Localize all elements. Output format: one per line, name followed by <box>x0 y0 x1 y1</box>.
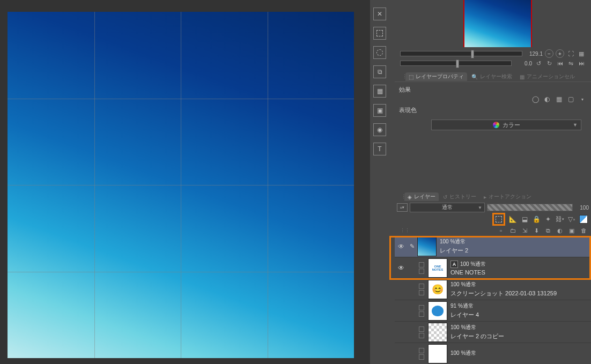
color-swirl-icon <box>493 122 499 128</box>
ruler-icon[interactable]: 📐 <box>508 215 517 224</box>
skip-prev-icon[interactable]: ⏮ <box>556 59 564 68</box>
layer-info: 100 %通常スクリーンショット 2022-01-03 131259 <box>448 281 591 298</box>
layer-checkboxes[interactable] <box>416 262 427 274</box>
panel-grip-icon[interactable]: ⋮⋮ <box>400 74 404 79</box>
layer-checkboxes[interactable] <box>416 284 427 295</box>
layer-checkboxes[interactable] <box>416 326 427 338</box>
effect-chevron-down-icon[interactable]: ▾ <box>578 95 587 103</box>
duplicate-icon[interactable]: ▣ <box>567 227 576 234</box>
pattern-effect-icon[interactable]: ▦ <box>555 95 563 103</box>
tool-close-icon[interactable]: ✕ <box>373 8 386 20</box>
opacity-slider[interactable] <box>487 204 573 211</box>
panel-grip-icon[interactable]: ⋮⋮ <box>399 194 403 199</box>
layer-opacity-mode: 91 %通常 <box>450 302 474 310</box>
rotate-reset-icon[interactable]: ↺ <box>534 59 543 68</box>
layer-checkboxes[interactable] <box>416 305 427 317</box>
layer-thumbnail[interactable] <box>428 344 447 363</box>
zoom-out-icon[interactable]: − <box>545 49 553 58</box>
canvas[interactable] <box>8 12 354 358</box>
right-panel: ✕ ⧉ ▦ ▣ ◉ T 129.1 − + ⛶ ▦ 0.0 ↺ ↻ ⏮ ⇋ ⏭ … <box>370 0 591 364</box>
delete-icon[interactable]: 🗑 <box>579 227 588 234</box>
layer-toolbar-blend: ▫▾ 通常▼ 100 <box>395 202 591 213</box>
rotate-cw-icon[interactable]: ↻ <box>545 59 553 68</box>
reference-icon[interactable]: ✦ <box>544 215 552 224</box>
link-icon[interactable]: ⛓▾ <box>556 215 564 224</box>
layer-name[interactable]: レイヤー 2 のコピー <box>450 332 591 340</box>
layer-info: 100 %通常レイヤー 2 <box>438 238 591 255</box>
layer-visibility-toggle[interactable] <box>395 264 408 272</box>
layer-thumbnail[interactable] <box>428 301 447 321</box>
transfer-icon[interactable]: ⇲ <box>520 227 529 234</box>
new-folder-icon[interactable]: 🗀 <box>508 227 517 234</box>
layer-name[interactable]: ONE NOTES <box>450 269 591 276</box>
tool-camera-icon[interactable]: ◉ <box>373 123 386 136</box>
tab-layer[interactable]: ◈レイヤー <box>404 192 439 201</box>
lock-icon[interactable]: 🔒 <box>532 215 541 224</box>
merge-icon[interactable]: ⬇ <box>532 227 541 234</box>
layer-checkboxes[interactable] <box>416 348 427 360</box>
layer-color-chip[interactable] <box>579 215 588 224</box>
palette-color-checkbox[interactable]: ▫▾ <box>397 203 408 212</box>
layer-toolbar-ops: ⋮⋮ ▫ 🗀 ⇲ ⬇ ⧉ ◐ ▣ 🗑 <box>395 225 591 236</box>
border-effect-icon[interactable]: ◯ <box>531 95 540 103</box>
mask-icon[interactable]: ◐ <box>556 227 564 234</box>
layer-row[interactable]: ONE NOTESA100 %通常ONE NOTES <box>395 257 591 279</box>
layer-color-effect-icon[interactable]: ▢ <box>566 95 575 103</box>
zoom-fit-icon[interactable]: ⛶ <box>566 49 575 58</box>
layer-name[interactable]: スクリーンショット 2022-01-03 131259 <box>450 289 591 298</box>
combine-icon[interactable]: ⧉ <box>544 227 552 234</box>
zoom-value: 129.1 <box>524 51 543 57</box>
color-mode-value: カラー <box>503 121 520 129</box>
rotate-slider[interactable] <box>400 61 512 66</box>
layer-mask-button[interactable] <box>492 213 505 226</box>
layer-opacity-mode: 100 %通常 <box>440 238 466 246</box>
zoom-grid-icon[interactable]: ▦ <box>577 49 586 58</box>
layer-name[interactable]: レイヤー 2 <box>440 247 591 255</box>
layer-thumbnail[interactable]: 😊 <box>428 280 447 299</box>
rotate-value: 0.0 <box>514 61 532 66</box>
tone-effect-icon[interactable]: ◐ <box>543 95 551 103</box>
layer-visibility-toggle[interactable] <box>395 243 408 250</box>
tool-crop-icon[interactable]: ⧉ <box>373 65 386 78</box>
layer-row[interactable]: 91 %通常レイヤー 4 <box>395 300 591 322</box>
layer-row[interactable]: 😊100 %通常スクリーンショット 2022-01-03 131259 <box>395 279 591 300</box>
tab-layer-property[interactable]: ⬚レイヤープロパティ <box>405 72 467 81</box>
layer-name[interactable]: レイヤー 4 <box>450 311 591 319</box>
tool-selection-icon[interactable] <box>373 27 386 40</box>
tool-text-icon[interactable]: T <box>373 143 386 155</box>
skip-next-icon[interactable]: ⏭ <box>577 59 586 68</box>
flip-horizontal-icon[interactable]: ⇋ <box>566 59 575 68</box>
eye-icon <box>398 243 404 250</box>
navigator-thumbnail[interactable] <box>463 0 532 47</box>
layer-list: 100 %通常レイヤー 2ONE NOTESA100 %通常ONE NOTES😊… <box>395 236 591 364</box>
effect-icons: ◯ ◐ ▦ ▢ ▾ <box>531 95 587 103</box>
layer-thumbnail[interactable] <box>428 323 447 342</box>
layer-row[interactable]: 100 %通常レイヤー 2 のコピー <box>395 322 591 343</box>
layer-row[interactable]: 100 %通常レイヤー 2 <box>395 236 591 257</box>
zoom-slider[interactable] <box>400 51 522 56</box>
layer-opacity-mode: 100 %通常 <box>460 261 486 268</box>
blend-mode-select[interactable]: 通常▼ <box>410 203 485 212</box>
zoom-in-icon[interactable]: + <box>556 49 564 58</box>
tab-layer-search[interactable]: 🔍レイヤー検索 <box>468 72 515 81</box>
layer-info: 100 %通常レイヤー 2 のコピー <box>448 324 591 340</box>
filter-icon[interactable]: ▽× <box>567 215 576 224</box>
panel-grip-icon[interactable]: ⋮⋮ <box>398 228 402 233</box>
new-layer-icon[interactable]: ▫ <box>497 227 505 234</box>
layer-thumbnail[interactable] <box>417 237 437 256</box>
layer-row[interactable]: 100 %通常 <box>395 343 591 364</box>
effect-label: 効果 <box>399 86 426 94</box>
color-mode-select[interactable]: カラー ▼ <box>431 120 581 130</box>
canvas-viewport[interactable] <box>0 0 367 364</box>
tool-ellipse-select-icon[interactable] <box>373 46 386 59</box>
tab-history[interactable]: ↺ヒストリー <box>440 192 479 201</box>
tab-auto-action[interactable]: ▸オートアクション <box>481 192 535 201</box>
tool-column: ✕ ⧉ ▦ ▣ ◉ T <box>373 8 389 162</box>
tab-animation-cel[interactable]: ▦アニメーションセル <box>516 72 578 81</box>
clip-icon[interactable]: ⬓ <box>520 215 529 224</box>
tool-frame-icon[interactable]: ▣ <box>373 104 386 117</box>
layer-opacity-mode: 100 %通常 <box>450 350 476 357</box>
layer-thumbnail[interactable]: ONE NOTES <box>428 258 447 278</box>
tool-grid-icon[interactable]: ▦ <box>373 85 386 98</box>
layer-section: ⋮⋮ ◈レイヤー ↺ヒストリー ▸オートアクション ▫▾ 通常▼ 100 📐 ⬓… <box>395 192 591 364</box>
